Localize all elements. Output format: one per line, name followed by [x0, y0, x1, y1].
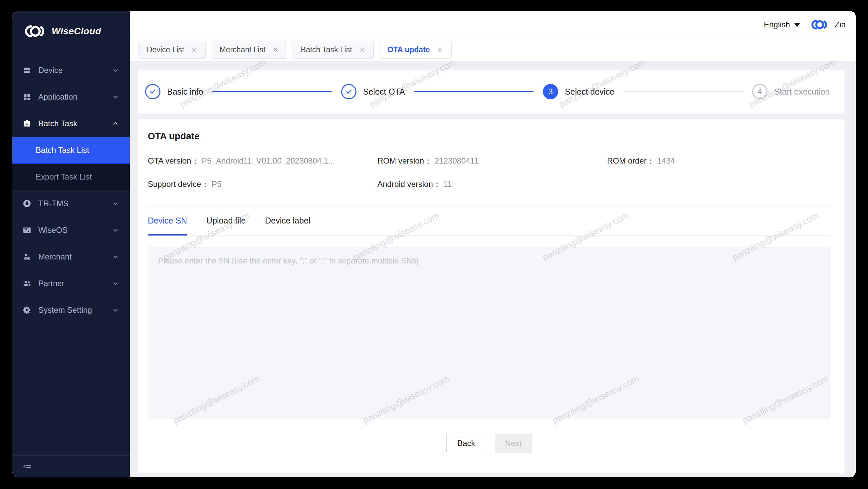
- sidebar-item-label: TR-TMS: [38, 199, 113, 208]
- chevron-down-icon: [113, 67, 119, 73]
- step-label: Select device: [565, 87, 614, 96]
- application-icon: [22, 92, 32, 102]
- chevron-up-icon: [113, 121, 119, 126]
- sidebar-item-label: WiseOS: [38, 226, 113, 235]
- wizard-stepper: Basic info Select OTA 3 Select device 4: [138, 69, 844, 114]
- sidebar-item-label: Batch Task List: [36, 146, 89, 155]
- sidebar-item-label: Merchant: [38, 252, 113, 261]
- step-connector: [212, 91, 332, 92]
- step-connector: [414, 91, 533, 92]
- step-number: 4: [752, 84, 768, 99]
- sidebar-item-batch-task-list[interactable]: Batch Task List: [12, 137, 130, 164]
- brand: WiseCloud: [12, 11, 130, 52]
- section-divider: [148, 205, 830, 206]
- chevron-down-icon: [113, 254, 119, 260]
- ota-update-card: OTA update OTA version：P5_Android11_V01.…: [138, 119, 844, 473]
- sidebar-item-label: Batch Task: [38, 119, 113, 128]
- field-support-device: Support device：P5: [148, 179, 377, 190]
- step-select-device: 3 Select device: [543, 84, 614, 99]
- open-tabs-bar: Device List Merchant List Batch Task Lis…: [130, 38, 856, 61]
- language-label: English: [764, 20, 790, 29]
- tab-batch-task-list[interactable]: Batch Task List: [292, 41, 374, 59]
- tab-label: Merchant List: [219, 45, 265, 54]
- sidebar-item-label: System Setting: [38, 306, 113, 315]
- step-label: Start execution: [774, 87, 830, 96]
- field-ota-version: OTA version：P5_Android11_V01.00_20230804…: [148, 155, 377, 166]
- field-rom-version: ROM version：2123080411: [377, 155, 607, 166]
- step-start-execution: 4 Start execution: [752, 84, 830, 99]
- tab-label: OTA update: [388, 45, 430, 54]
- sidebar-item-application[interactable]: Application: [12, 84, 130, 110]
- batch-task-submenu: Batch Task List Export Task List: [12, 137, 130, 190]
- device-icon: [22, 66, 32, 75]
- wizard-actions: Back Next: [148, 434, 830, 453]
- partner-icon: [22, 279, 32, 288]
- chevron-down-icon: [113, 201, 119, 206]
- wisecloud-logo-icon: [811, 19, 828, 30]
- sidebar-item-device[interactable]: Device: [12, 57, 130, 84]
- sidebar-item-wiseos[interactable]: WiseOS: [12, 217, 130, 243]
- tab-device-sn[interactable]: Device SN: [148, 216, 187, 235]
- chevron-down-icon: [113, 281, 119, 286]
- tab-label: Batch Task List: [301, 45, 352, 54]
- field-android-version: Android version：11: [377, 179, 607, 190]
- main-area: English Zia Device List Merchant List Ba…: [130, 11, 856, 477]
- step-basic-info: Basic info: [145, 84, 203, 99]
- tab-merchant-list[interactable]: Merchant List: [211, 41, 287, 59]
- close-icon[interactable]: [359, 46, 366, 53]
- step-connector: [624, 91, 743, 92]
- merchant-icon: [22, 252, 32, 261]
- page-title: OTA update: [148, 131, 830, 142]
- content-area: Basic info Select OTA 3 Select device 4: [130, 61, 856, 477]
- tab-device-label[interactable]: Device label: [265, 216, 310, 235]
- back-button[interactable]: Back: [446, 434, 486, 453]
- device-select-tabs: Device SN Upload file Device label: [148, 216, 830, 236]
- tab-ota-update[interactable]: OTA update: [379, 41, 452, 59]
- close-icon[interactable]: [272, 46, 279, 53]
- sn-input[interactable]: [148, 247, 830, 419]
- app-window: WiseCloud Device Application: [12, 11, 856, 477]
- brand-name: WiseCloud: [52, 26, 101, 37]
- step-check-icon: [341, 84, 356, 99]
- language-selector[interactable]: English: [764, 20, 800, 29]
- sidebar-item-system-setting[interactable]: System Setting: [12, 297, 130, 323]
- ota-info-grid: OTA version：P5_Android11_V01.00_20230804…: [148, 155, 830, 190]
- step-check-icon: [145, 84, 160, 99]
- sidebar-item-label: Partner: [38, 279, 113, 288]
- tab-device-list[interactable]: Device List: [138, 41, 206, 59]
- step-number: 3: [543, 84, 558, 99]
- sidebar-item-label: Export Task List: [36, 172, 92, 181]
- close-icon[interactable]: [437, 46, 443, 53]
- step-select-ota: Select OTA: [341, 84, 405, 99]
- sidebar-item-batch-task[interactable]: Batch Task: [12, 110, 130, 137]
- wisecloud-logo-icon: [25, 25, 45, 38]
- tab-label: Device List: [147, 45, 184, 54]
- chevron-down-icon: [113, 307, 119, 313]
- sidebar: WiseCloud Device Application: [12, 11, 130, 477]
- top-bar: English Zia: [130, 11, 856, 38]
- chevron-down-icon: [113, 227, 119, 233]
- caret-down-icon: [794, 23, 800, 27]
- field-rom-order: ROM order：1434: [607, 155, 830, 166]
- close-icon[interactable]: [191, 46, 197, 53]
- menu-fold-icon[interactable]: [22, 462, 32, 471]
- user-name[interactable]: Zia: [835, 20, 846, 29]
- sidebar-item-partner[interactable]: Partner: [12, 270, 130, 297]
- sidebar-item-tr-tms[interactable]: TR-TMS: [12, 190, 130, 217]
- sidebar-item-label: Application: [38, 92, 113, 102]
- batch-task-icon: [22, 119, 32, 128]
- sidebar-item-label: Device: [38, 66, 113, 75]
- tr-tms-icon: [22, 199, 32, 208]
- next-button[interactable]: Next: [495, 434, 532, 453]
- sidebar-item-merchant[interactable]: Merchant: [12, 243, 130, 270]
- sidebar-footer: [12, 455, 130, 477]
- gear-icon: [22, 306, 32, 315]
- sidebar-item-export-task-list[interactable]: Export Task List: [12, 164, 130, 190]
- step-label: Basic info: [167, 87, 203, 96]
- tab-upload-file[interactable]: Upload file: [206, 216, 246, 235]
- sidebar-menu: Device Application Batch Task Batch: [12, 57, 130, 323]
- wiseos-icon: [22, 226, 32, 235]
- step-label: Select OTA: [363, 87, 405, 96]
- chevron-down-icon: [113, 94, 119, 100]
